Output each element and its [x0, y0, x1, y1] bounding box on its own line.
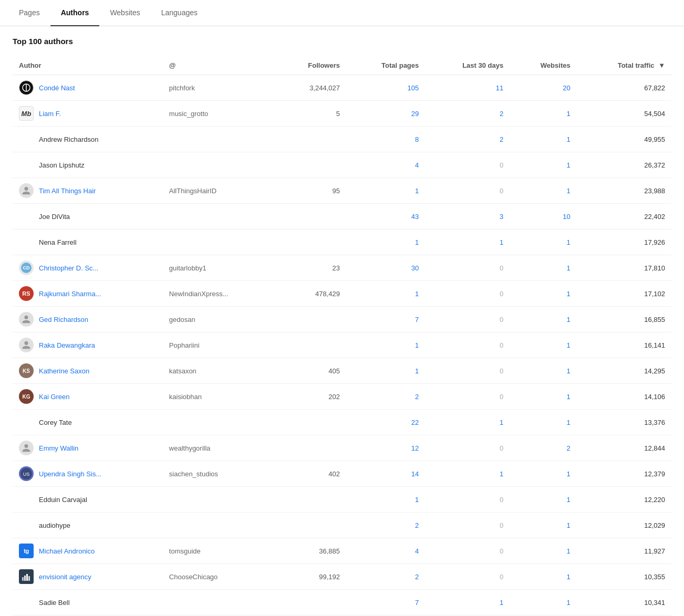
author-name[interactable]: Tim All Things Hair — [39, 187, 96, 195]
author-total-pages[interactable]: 22 — [346, 410, 425, 435]
author-total-pages[interactable]: 1 — [346, 229, 425, 255]
author-followers: 36,885 — [276, 538, 346, 564]
author-last30[interactable]: 1 — [425, 410, 510, 435]
author-websites[interactable]: 1 — [510, 307, 576, 332]
author-websites[interactable]: 1 — [510, 384, 576, 410]
author-traffic: 17,926 — [577, 229, 671, 255]
author-total-pages[interactable]: 7 — [346, 307, 425, 332]
author-total-pages[interactable]: 105 — [346, 75, 425, 101]
author-name[interactable]: Katherine Saxon — [39, 367, 89, 375]
svg-text:US: US — [23, 472, 30, 477]
author-websites[interactable]: 1 — [510, 332, 576, 358]
author-websites[interactable]: 1 — [510, 229, 576, 255]
author-websites[interactable]: 1 — [510, 564, 576, 590]
col-total-traffic[interactable]: Total traffic ▼ — [577, 56, 671, 75]
avatar — [19, 209, 34, 224]
author-websites[interactable]: 1 — [510, 152, 576, 178]
table-row: envisionit agencyChooseChicago99,1922011… — [13, 564, 671, 590]
author-websites[interactable]: 1 — [510, 487, 576, 513]
author-name[interactable]: envisionit agency — [39, 573, 91, 581]
author-name[interactable]: Emmy Wallin — [39, 444, 78, 452]
author-name[interactable]: Liam F. — [39, 110, 61, 118]
author-cell: audiohype — [13, 513, 163, 538]
author-last30: 0 — [425, 564, 510, 590]
author-total-pages[interactable]: 2 — [346, 513, 425, 538]
author-handle — [163, 204, 276, 229]
author-last30[interactable]: 3 — [425, 204, 510, 229]
author-traffic: 67,822 — [577, 75, 671, 101]
author-websites[interactable]: 1 — [510, 101, 576, 127]
avatar: RS — [19, 286, 34, 301]
author-handle: siachen_studios — [163, 461, 276, 487]
author-last30: 0 — [425, 332, 510, 358]
author-last30[interactable]: 2 — [425, 101, 510, 127]
author-total-pages[interactable]: 1 — [346, 358, 425, 384]
tab-authors[interactable]: Authors — [50, 0, 100, 26]
author-traffic: 23,988 — [577, 178, 671, 204]
author-name[interactable]: Condé Nast — [39, 84, 75, 92]
author-last30[interactable]: 1 — [425, 590, 510, 615]
author-name: Joe DiVita — [39, 213, 70, 221]
author-last30[interactable]: 1 — [425, 229, 510, 255]
author-total-pages[interactable]: 1 — [346, 487, 425, 513]
author-websites[interactable]: 2 — [510, 435, 576, 461]
author-websites[interactable]: 1 — [510, 410, 576, 435]
author-name[interactable]: Rajkumari Sharma... — [39, 290, 101, 298]
author-cell: MbLiam F. — [13, 101, 163, 127]
author-name[interactable]: Ged Richardson — [39, 316, 88, 323]
author-traffic: 54,504 — [577, 101, 671, 127]
author-total-pages[interactable]: 14 — [346, 461, 425, 487]
author-name: Jason Lipshutz — [39, 161, 85, 169]
author-websites[interactable]: 1 — [510, 281, 576, 307]
author-total-pages[interactable]: 7 — [346, 590, 425, 615]
author-websites[interactable]: 10 — [510, 204, 576, 229]
author-name[interactable]: Raka Dewangkara — [39, 341, 95, 349]
author-traffic: 17,810 — [577, 255, 671, 281]
table-row: Emmy Wallinwealthygorilla120212,844 — [13, 435, 671, 461]
author-name[interactable]: Kai Green — [39, 393, 70, 401]
author-last30[interactable]: 2 — [425, 127, 510, 152]
author-name[interactable]: Michael Andronico — [39, 547, 95, 555]
author-followers — [276, 487, 346, 513]
tab-pages[interactable]: Pages — [8, 0, 50, 26]
author-total-pages[interactable]: 29 — [346, 101, 425, 127]
author-total-pages[interactable]: 1 — [346, 281, 425, 307]
table-row: Tim All Things HairAllThingsHairID951012… — [13, 178, 671, 204]
author-websites[interactable]: 20 — [510, 75, 576, 101]
author-name[interactable]: Christopher D. Sc... — [39, 264, 98, 272]
svg-text:CD: CD — [23, 265, 30, 270]
author-last30: 0 — [425, 384, 510, 410]
author-websites[interactable]: 1 — [510, 461, 576, 487]
author-name: Andrew Richardson — [39, 135, 98, 143]
table-row: MbLiam F.music_grotto5292154,504 — [13, 101, 671, 127]
author-traffic: 12,029 — [577, 513, 671, 538]
author-total-pages[interactable]: 30 — [346, 255, 425, 281]
author-total-pages[interactable]: 4 — [346, 538, 425, 564]
author-followers: 95 — [276, 178, 346, 204]
author-total-pages[interactable]: 12 — [346, 435, 425, 461]
author-websites[interactable]: 1 — [510, 590, 576, 615]
author-total-pages[interactable]: 8 — [346, 127, 425, 152]
table-row: Jason Lipshutz40126,372 — [13, 152, 671, 178]
author-total-pages[interactable]: 43 — [346, 204, 425, 229]
author-name[interactable]: Upendra Singh Sis... — [39, 470, 101, 478]
author-last30[interactable]: 11 — [425, 75, 510, 101]
author-last30: 0 — [425, 255, 510, 281]
author-total-pages[interactable]: 2 — [346, 564, 425, 590]
tab-websites[interactable]: Websites — [99, 0, 150, 26]
author-total-pages[interactable]: 1 — [346, 332, 425, 358]
author-total-pages[interactable]: 2 — [346, 384, 425, 410]
author-websites[interactable]: 1 — [510, 127, 576, 152]
author-websites[interactable]: 1 — [510, 255, 576, 281]
author-name: Nena Farrell — [39, 238, 77, 246]
author-websites[interactable]: 1 — [510, 178, 576, 204]
author-websites[interactable]: 1 — [510, 513, 576, 538]
author-total-pages[interactable]: 1 — [346, 178, 425, 204]
author-followers: 402 — [276, 461, 346, 487]
author-last30[interactable]: 1 — [425, 461, 510, 487]
author-websites[interactable]: 1 — [510, 358, 576, 384]
author-websites[interactable]: 1 — [510, 538, 576, 564]
tab-languages[interactable]: Languages — [151, 0, 208, 26]
author-total-pages[interactable]: 4 — [346, 152, 425, 178]
author-cell: envisionit agency — [13, 564, 163, 590]
